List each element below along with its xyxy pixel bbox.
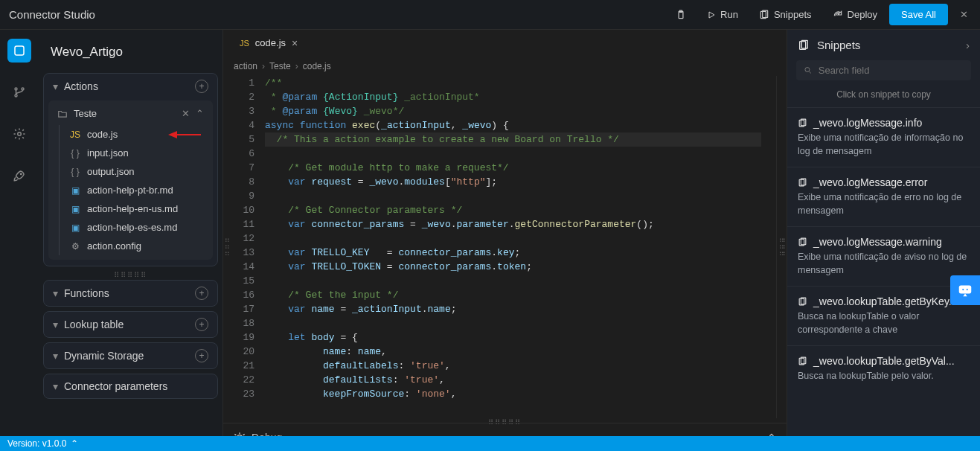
snippet-title: _wevo.logMessage.warning <box>813 236 942 248</box>
folder-icon <box>57 109 68 119</box>
snippets-panel-header[interactable]: Snippets › <box>787 30 980 60</box>
save-all-button[interactable]: Save All <box>889 4 948 25</box>
status-bar[interactable]: Version: v1.0.0 ⌃ <box>0 436 980 451</box>
deploy-icon <box>833 10 843 20</box>
action-card-header[interactable]: Teste ✕ ⌃ <box>53 103 208 124</box>
rail-connector[interactable] <box>7 39 31 63</box>
file-type-icon: { } <box>69 148 81 159</box>
breadcrumb-item[interactable]: action <box>234 61 257 71</box>
svg-point-30 <box>967 289 968 290</box>
tab-code-js[interactable]: JS code.js × <box>229 30 308 57</box>
panel-conn-params-label: Connector parameters <box>64 380 167 392</box>
search-icon <box>804 65 813 75</box>
file-item[interactable]: ▣action-help-en-us.md <box>53 199 208 218</box>
close-button[interactable]: ✕ <box>957 6 971 23</box>
file-name: action-help-en-us.md <box>87 203 178 214</box>
file-type-icon: ▣ <box>69 223 81 233</box>
snippet-item[interactable]: _wevo.logMessage.infoExibe uma notificaç… <box>787 107 980 167</box>
snippets-button[interactable]: Snippets <box>750 4 821 25</box>
chevron-down-icon: ▾ <box>53 80 58 92</box>
chevron-down-icon: ▾ <box>53 380 58 392</box>
rail-rocket[interactable] <box>7 164 31 188</box>
chat-widget-button[interactable] <box>950 275 980 305</box>
box-icon <box>13 44 26 57</box>
svg-rect-5 <box>15 46 24 55</box>
file-item[interactable]: ▣action-help-pt-br.md <box>53 181 208 199</box>
breadcrumb-item[interactable]: code.js <box>303 61 331 71</box>
panel-lookup-header[interactable]: ▾ Lookup table + <box>44 312 217 337</box>
panel-actions: ▾ Actions + Teste ✕ ⌃ JScode.js{ }input.… <box>43 73 218 266</box>
file-type-icon: ▣ <box>69 185 81 196</box>
snippets-search-input[interactable] <box>819 65 964 76</box>
svg-marker-12 <box>168 131 177 138</box>
gear-icon <box>13 127 26 141</box>
app-title: Connector Studio <box>9 8 95 21</box>
file-name: input.json <box>87 147 129 159</box>
snippet-desc: Busca na lookupTable o valor corresponde… <box>798 310 970 336</box>
chevron-up-icon[interactable]: ⌃ <box>71 438 78 449</box>
tab-strip: JS code.js × <box>223 30 787 57</box>
snippets-icon <box>798 39 810 51</box>
rail-settings[interactable] <box>7 122 31 146</box>
panel-dynamic-header[interactable]: ▾ Dynamic Storage + <box>44 343 217 368</box>
svg-point-8 <box>22 88 24 90</box>
add-dynamic-button[interactable]: + <box>195 349 208 362</box>
snippet-title: _wevo.logMessage.error <box>813 176 927 188</box>
sidebar: Wevo_Artigo ▾ Actions + Teste ✕ ⌃ <box>39 30 223 451</box>
snippet-item[interactable]: _wevo.logMessage.errorExibe uma notifica… <box>787 167 980 226</box>
tab-close-icon[interactable]: × <box>292 37 298 49</box>
clipboard-button[interactable] <box>667 5 695 25</box>
svg-point-29 <box>962 289 964 290</box>
tab-label: code.js <box>255 37 286 48</box>
file-name: code.js <box>87 129 118 140</box>
copy-icon <box>798 356 807 366</box>
file-item[interactable]: ⚙action.config <box>53 237 208 255</box>
breadcrumb[interactable]: action›Teste›code.js <box>223 57 787 76</box>
file-item[interactable]: { }output.json <box>53 162 208 181</box>
right-gutter-handle[interactable]: ⠿⠿⠿ <box>776 76 787 418</box>
activity-bar <box>0 30 39 451</box>
copy-icon <box>798 237 807 247</box>
panel-lookup: ▾ Lookup table + <box>43 311 218 338</box>
editor[interactable]: ⠿⠿⠿ 123456789101112131415161718192021222… <box>223 76 787 418</box>
file-item[interactable]: ▣action-help-es-es.md <box>53 218 208 237</box>
panel-lookup-label: Lookup table <box>64 319 124 330</box>
snippets-panel: Snippets › Click on snippet to copy _wev… <box>787 30 980 451</box>
close-action-icon[interactable]: ✕ <box>182 108 190 119</box>
svg-rect-28 <box>959 286 972 294</box>
panel-functions: ▾ Functions + <box>43 280 218 307</box>
file-name: action-help-es-es.md <box>87 222 177 233</box>
snippet-item[interactable]: _wevo.lookupTable.getByVal...Busca na lo… <box>787 345 980 392</box>
svg-point-16 <box>805 68 810 72</box>
pointer-arrow-icon <box>168 129 201 140</box>
collapse-action-icon[interactable]: ⌃ <box>196 108 204 119</box>
breadcrumb-item[interactable]: Teste <box>269 61 291 71</box>
deploy-label: Deploy <box>848 9 877 20</box>
code-content[interactable]: /** * @param {ActionInput} _actionInput*… <box>265 76 776 418</box>
rail-branch[interactable] <box>7 80 31 104</box>
panel-functions-header[interactable]: ▾ Functions + <box>44 281 217 306</box>
panel-actions-header[interactable]: ▾ Actions + <box>44 74 217 99</box>
add-lookup-button[interactable]: + <box>195 318 208 331</box>
chevron-right-icon[interactable]: › <box>966 39 970 51</box>
resize-handle[interactable]: ⠿⠿⠿⠿⠿ <box>43 271 218 275</box>
snippet-title: _wevo.logMessage.info <box>813 117 922 129</box>
add-action-button[interactable]: + <box>195 80 208 93</box>
add-function-button[interactable]: + <box>195 287 208 300</box>
snippets-hint: Click on snippet to copy <box>787 86 980 107</box>
version-label: Version: v1.0.0 <box>7 438 66 449</box>
left-gutter-handle[interactable]: ⠿⠿⠿ <box>223 76 229 418</box>
svg-line-17 <box>809 71 810 73</box>
copy-icon <box>798 178 807 188</box>
action-card: Teste ✕ ⌃ JScode.js{ }input.json{ }outpu… <box>48 100 213 260</box>
file-item[interactable]: { }input.json <box>53 144 208 162</box>
play-icon <box>707 10 716 19</box>
deploy-button[interactable]: Deploy <box>824 4 886 25</box>
toolbar: Run Snippets Deploy Save All ✕ <box>667 4 971 25</box>
panel-dynamic-label: Dynamic Storage <box>64 350 144 362</box>
snippets-icon <box>759 10 769 20</box>
panel-conn-params-header[interactable]: ▾ Connector parameters <box>44 374 217 398</box>
file-item[interactable]: JScode.js <box>53 125 208 144</box>
run-button[interactable]: Run <box>698 4 747 25</box>
snippets-search[interactable] <box>796 60 971 80</box>
